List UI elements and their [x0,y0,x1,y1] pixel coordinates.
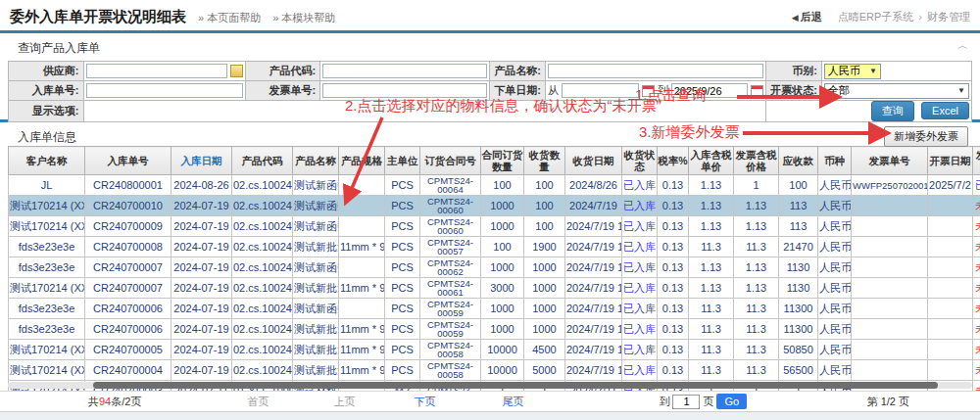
cell-receivable: 50850 [779,340,818,360]
cell-received-qty: 1000 [524,299,565,319]
cell-inbound-no: CR240700007 [85,257,172,278]
table-row[interactable]: fds3e23e3e CR240700006 2024-07-19 02.cs.… [9,299,980,319]
cell-customer: 测试170214 (XX) [9,340,85,360]
first-page-link[interactable]: 首页 [247,395,269,409]
col-currency: 币种 [818,147,852,175]
calendar-icon[interactable] [751,85,763,97]
query-form: 供应商: 产品代码: 产品名称: 币别: 人民币 ▼ 入库单号: 发票单号: 下… [8,61,972,122]
cell-invoice-no [852,196,928,216]
last-page-link[interactable]: 尾页 [502,395,523,409]
cell-invoice-no: WWFP250702001 [852,175,928,196]
breadcrumb-system[interactable]: 点晴ERP子系统 [838,11,914,23]
prev-page-link[interactable]: 上页 [333,395,355,409]
invoice-status-select[interactable]: 全部 ▼ [824,83,969,99]
col-product-name: 产品名称 [293,147,339,175]
col-receivable: 应收款 [779,147,818,175]
table-row[interactable]: JL CR240800001 2024-08-26 02.cs.100241 测… [9,175,980,196]
cell-received-date: 2024/7/19 10 [565,299,622,319]
cell-received-date: 2024/7/19 10 [565,216,622,237]
cell-currency: 人民币 [818,175,852,196]
cell-unit-price-tax: 1.13 [689,216,734,237]
date-to-input[interactable] [671,83,749,98]
page-number-input[interactable] [672,395,700,409]
table-row[interactable]: 测试170214 (XX) CR240700004 2024-07-19 02.… [9,360,980,381]
cell-invoice-date [928,216,973,237]
collapse-panel-icon[interactable]: ︿ [957,38,968,53]
supplier-label: 供应商: [9,62,84,81]
product-code-input[interactable] [322,64,487,78]
col-received-status: 收货状态 [622,147,658,175]
back-link[interactable]: ◀后退 [792,11,822,23]
next-page-link[interactable]: 下页 [414,395,435,409]
module-help-link[interactable]: » 本模块帮助 [272,12,335,23]
date-from-input[interactable] [562,83,639,98]
cell-invoice-price-tax: 11.3 [734,319,779,340]
currency-select[interactable]: 人民币 ▼ [824,64,881,79]
cell-invoice-no [852,216,928,237]
cell-unit: PCS [385,340,420,360]
col-inbound-no: 入库单号 [85,147,172,175]
col-unit: 主单位 [385,147,420,175]
cell-product-code: 02.cs.100246 [232,278,293,299]
cell-customer: JL [9,175,85,196]
calendar-icon[interactable] [642,85,655,97]
excel-export-button[interactable]: Excel [921,102,969,119]
horizontal-scrollbar-thumb[interactable] [93,382,938,389]
invoice-no-input[interactable] [322,83,487,98]
cell-inbound-date: 2024-07-19 [172,319,232,340]
cell-product-name: 测试新批量领 [293,340,339,360]
table-row[interactable]: 测试170214 (XX) CR240700010 2024-07-19 02.… [9,196,980,216]
cell-invoice-price-tax: 11.3 [734,340,779,360]
table-row[interactable]: fds3e23e3e CR240700006 2024-07-19 02.cs.… [9,319,980,340]
cell-invoice-status: 未开票 [973,299,980,319]
cell-unit: PCS [385,175,420,196]
cell-customer: fds3e23e3e [9,299,85,319]
cell-receivable: 1130 [779,278,818,299]
col-product-code: 产品代码 [232,147,293,175]
inbound-no-input[interactable] [86,83,243,98]
cell-product-name: 测试新函数成 [293,257,339,278]
cell-contract-no: CPMTS24-00062 [420,257,481,278]
cell-product-code: 02.cs.100246 [232,360,293,381]
col-inbound-date[interactable]: 入库日期 [172,147,232,175]
table-row[interactable]: 测试170214 (XX) CR240700005 2024-07-19 02.… [9,340,980,360]
add-outsource-invoice-button[interactable]: 新增委外发票 [884,126,968,147]
cell-tax-rate: 0.13 [658,257,689,278]
date-to-label: 到 [658,83,668,98]
cell-contract-qty: 100 [481,237,524,257]
cell-inbound-date: 2024-07-19 [172,257,232,278]
cell-currency: 人民币 [818,340,852,360]
table-row[interactable]: 测试170214 (XX) CR240700009 2024-07-19 02.… [9,216,980,237]
table-row[interactable]: fds3e23e3e CR240700007 2024-07-19 02.cs.… [9,257,980,278]
search-button[interactable]: 查询 [871,101,914,121]
cell-currency: 人民币 [818,319,852,340]
display-option-label: 显示选项: [9,101,84,122]
product-name-input[interactable] [548,64,764,78]
col-invoice-price-tax: 发票含税价格 [734,147,779,175]
cell-product-name: 测试新批量领 [293,360,339,381]
cell-unit: PCS [385,196,420,216]
cell-currency: 人民币 [818,257,852,278]
breadcrumb-module[interactable]: 财务管理 [927,11,970,23]
cell-receivable: 11300 [779,299,818,319]
cell-received-status: 已入库 [622,299,658,319]
go-button[interactable]: Go [716,394,747,409]
table-row[interactable]: fds3e23e3e CR240700008 2024-07-19 02.cs.… [9,237,980,257]
product-name-label: 产品名称: [490,62,545,81]
cell-received-status: 已入库 [622,257,658,278]
cell-invoice-no [852,257,928,278]
supplier-lookup-icon[interactable] [230,65,243,77]
cell-received-qty: 100 [524,216,565,237]
cell-unit: PCS [385,319,420,340]
page-help-link[interactable]: » 本页面帮助 [198,12,261,23]
cell-product-code: 02.cs.100241 [232,216,293,237]
supplier-input[interactable] [86,64,227,78]
cell-invoice-price-tax: 1.13 [734,196,779,216]
cell-invoice-date: 2025/7/2 [928,175,973,196]
cell-currency: 人民币 [818,360,852,381]
cell-invoice-no [852,299,928,319]
cell-invoice-price-tax: 1.13 [734,278,779,299]
cell-contract-no: CPMTS24-00060 [420,216,481,237]
table-row[interactable]: 测试170214 (XX) CR240700007 2024-07-19 02.… [9,278,980,299]
chevron-down-icon: ▼ [957,86,965,95]
